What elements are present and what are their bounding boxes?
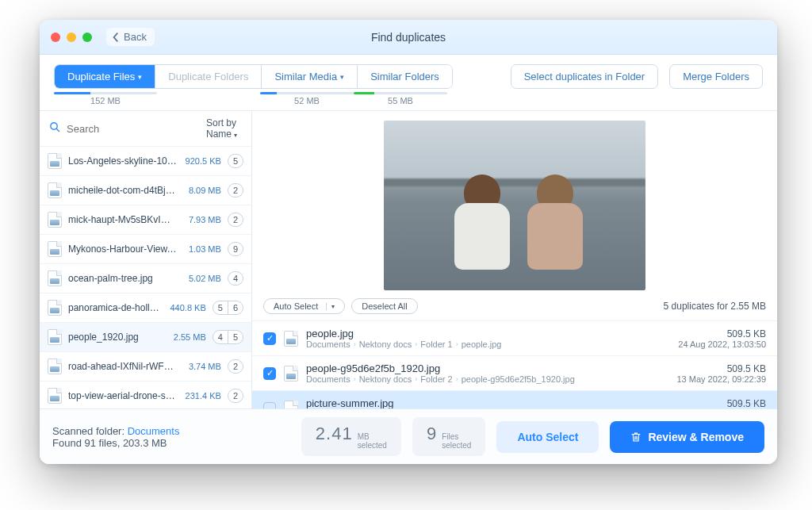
file-size: 7.93 MB — [183, 215, 221, 224]
tab-similar-media[interactable]: Similar Media ▾ — [262, 65, 358, 88]
count-badge: 4 — [213, 330, 228, 344]
badge-group: 2 — [228, 213, 243, 227]
sort-by-button[interactable]: Sort by Name ▾ — [206, 117, 242, 140]
file-name: panoramica-de-hollyw... — [68, 302, 162, 313]
file-row[interactable]: Los-Angeles-skyline-1024x5... 920.5 KB 5 — [40, 147, 251, 176]
image-file-icon — [284, 401, 298, 409]
file-list: Los-Angeles-skyline-1024x5... 920.5 KB 5… — [40, 147, 251, 408]
app-window: Back Find duplicates Duplicate Files ▾ D… — [40, 20, 777, 464]
tab-label: Duplicate Folders — [168, 71, 248, 82]
trash-icon — [630, 431, 642, 443]
count-badge: 2 — [228, 389, 243, 403]
merge-folders-button[interactable]: Merge Folders — [669, 64, 763, 89]
button-label: Auto Select — [274, 301, 318, 311]
stat-unit-bottom: selected — [358, 441, 387, 450]
file-row[interactable]: road-ahead-IXfNil-rWFw.jpg 3.74 MB 2 — [40, 352, 251, 382]
tab-duplicate-folders[interactable]: Duplicate Folders — [155, 65, 262, 88]
file-name: Mykonos-Harbour-View.jpg — [68, 243, 177, 255]
caret-down-icon: ▾ — [234, 132, 237, 139]
similar-media-size-indicator: 52 MB — [260, 92, 354, 105]
file-name: mick-haupt-Mv5sBKvICkI.jpg — [68, 214, 177, 225]
tab-label: Similar Media — [274, 71, 337, 82]
auto-select-button[interactable]: Auto Select — [496, 421, 599, 453]
duplicate-row[interactable]: ✓ people-g95d6e2f5b_1920.jpg Documents ›… — [252, 356, 777, 391]
select-checkbox[interactable]: ✓ — [263, 367, 276, 380]
path-segment: Folder 2 — [420, 374, 452, 384]
file-size: 5.02 MB — [183, 274, 221, 283]
chevron-down-icon[interactable]: ▾ — [326, 303, 335, 310]
file-row[interactable]: Mykonos-Harbour-View.jpg 1.03 MB 9 — [40, 235, 251, 264]
duplicate-file-name: people.jpg — [306, 328, 670, 339]
svg-line-1 — [56, 128, 59, 131]
file-name: road-ahead-IXfNil-rWFw.jpg — [68, 361, 177, 372]
image-file-icon — [48, 212, 62, 228]
image-file-icon — [284, 331, 298, 347]
file-row[interactable]: micheile-dot-com-d4tBjk28U... 8.09 MB 2 — [40, 176, 251, 205]
file-name: people_1920.jpg — [68, 332, 162, 343]
stat-value: 9 — [427, 424, 437, 444]
tab-label: Similar Folders — [370, 71, 439, 82]
badge-group: 2 — [228, 183, 243, 197]
image-file-icon — [48, 270, 62, 286]
titlebar: Back Find duplicates — [40, 20, 777, 55]
file-row[interactable]: people_1920.jpg 2.55 MB 45 — [40, 323, 251, 352]
file-row[interactable]: ocean-palm-tree.jpg 5.02 MB 4 — [40, 264, 251, 293]
duplicate-files-size-indicator: 152 MB — [54, 92, 157, 105]
select-checkbox[interactable]: ✓ — [263, 332, 276, 345]
duplicate-file-date: 24 Aug 2022, 13:03:50 — [678, 339, 766, 349]
main-panel: Auto Select ▾ Deselect All 5 duplicates … — [252, 111, 777, 408]
stat-value: 2.41 — [316, 424, 353, 444]
scanned-folder-link[interactable]: Documents — [128, 425, 180, 437]
file-size: 8.09 MB — [183, 186, 221, 195]
back-button[interactable]: Back — [106, 28, 155, 46]
badge-group: 5 — [228, 154, 243, 168]
stat-unit-bottom: selected — [442, 441, 471, 450]
search-input[interactable] — [67, 123, 200, 135]
path-segment: Documents — [306, 339, 350, 349]
content-area: Sort by Name ▾ Los-Angeles-skyline-1024x… — [40, 110, 777, 408]
count-badge: 2 — [228, 213, 243, 227]
found-files-line: Found 91 files, 203.3 MB — [52, 437, 179, 449]
count-badge: 6 — [228, 301, 243, 315]
image-file-icon — [48, 241, 62, 257]
chevron-right-icon: › — [354, 340, 356, 348]
selected-size-stat: 2.41 MB selected — [301, 417, 401, 456]
duplicate-file-path: Documents ›Nektony docs ›Folder 2 ›peopl… — [306, 374, 668, 384]
path-segment: Folder 1 — [420, 339, 452, 349]
duplicate-file-size: 509.5 KB — [676, 398, 766, 409]
file-row[interactable]: top-view-aerial-drone-shot-b... 231.4 KB… — [40, 382, 251, 408]
duplicate-row[interactable]: picture-summer.jpg Documents ›Nektony do… — [252, 391, 777, 408]
file-name: micheile-dot-com-d4tBjk28U... — [68, 185, 177, 196]
duplicate-row[interactable]: ✓ people.jpg Documents ›Nektony docs ›Fo… — [252, 321, 777, 356]
tab-duplicate-files[interactable]: Duplicate Files ▾ — [55, 65, 155, 88]
count-badge: 2 — [228, 183, 243, 197]
size-label: 52 MB — [294, 96, 320, 105]
tab-similar-folders[interactable]: Similar Folders — [358, 65, 452, 88]
review-and-remove-button[interactable]: Review & Remove — [610, 421, 764, 453]
chevron-down-icon: ▾ — [138, 73, 142, 81]
search-row: Sort by Name ▾ — [40, 111, 251, 147]
duplicates-summary: 5 duplicates for 2.55 MB — [664, 301, 766, 312]
badge-group: 56 — [213, 301, 243, 315]
image-file-icon — [48, 329, 62, 345]
image-preview — [252, 111, 777, 293]
zoom-window-button[interactable] — [82, 33, 92, 42]
file-sidebar: Sort by Name ▾ Los-Angeles-skyline-1024x… — [40, 111, 252, 408]
badge-group: 2 — [228, 389, 243, 403]
path-segment: Nektony docs — [359, 339, 412, 349]
count-badge: 5 — [228, 154, 243, 168]
select-checkbox[interactable] — [263, 402, 276, 409]
chevron-right-icon: › — [456, 375, 458, 383]
file-name: Los-Angeles-skyline-1024x5... — [68, 155, 177, 167]
chevron-left-icon — [111, 33, 121, 42]
auto-select-mini-button[interactable]: Auto Select ▾ — [263, 298, 345, 314]
select-duplicates-in-folder-button[interactable]: Select duplicates in Folder — [511, 64, 658, 89]
sort-label: Sort by Name — [206, 117, 236, 140]
close-window-button[interactable] — [51, 33, 60, 42]
minimize-window-button[interactable] — [67, 33, 76, 42]
file-row[interactable]: mick-haupt-Mv5sBKvICkI.jpg 7.93 MB 2 — [40, 205, 251, 235]
deselect-all-button[interactable]: Deselect All — [351, 298, 417, 314]
duplicate-actions-row: Auto Select ▾ Deselect All 5 duplicates … — [252, 293, 777, 321]
selected-count-stat: 9 Files selected — [412, 417, 486, 456]
file-row[interactable]: panoramica-de-hollyw... 440.8 KB 56 — [40, 293, 251, 323]
